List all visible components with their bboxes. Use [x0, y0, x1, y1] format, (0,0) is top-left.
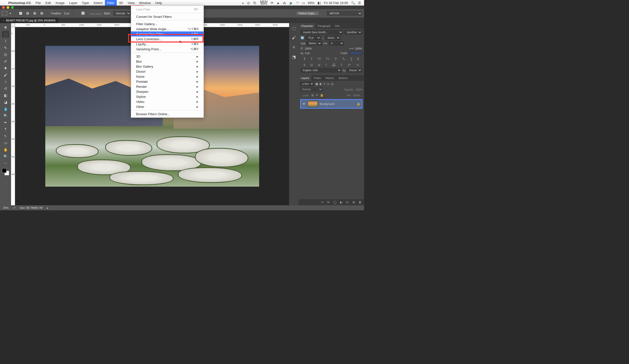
layer-thumbnail[interactable]	[308, 101, 318, 107]
shape-tool[interactable]: ▭	[2, 140, 9, 146]
chevron-down-icon[interactable]: ▾	[10, 12, 11, 15]
add-selection-icon[interactable]	[26, 12, 29, 15]
tab-actions[interactable]: Actions	[336, 75, 350, 81]
menu-3d[interactable]: 3D	[117, 0, 126, 6]
brushes-panel-icon[interactable]: 🖌	[291, 35, 296, 40]
notification-icon[interactable]: ▲	[277, 1, 280, 5]
dodge-tool[interactable]: 🔍	[2, 112, 9, 119]
zoom-level[interactable]: 25%	[3, 206, 9, 209]
delete-layer-icon[interactable]: 🗑	[359, 200, 362, 204]
export-icon[interactable]: ↗	[13, 206, 15, 210]
lock-icon[interactable]: 🔒	[357, 102, 360, 106]
contextual-icon[interactable]: ʘ	[310, 63, 313, 67]
italic-icon[interactable]: T	[310, 57, 312, 61]
layer-background[interactable]: 👁 Background 🔒	[300, 99, 363, 109]
crop-tool[interactable]: ⊡	[2, 51, 9, 58]
menu-help[interactable]: Help	[153, 0, 164, 6]
filter-shape-icon[interactable]: ▭	[327, 82, 329, 86]
leading-select[interactable]: (Auto)	[325, 36, 340, 40]
status-chevron-icon[interactable]: ▸	[47, 206, 49, 210]
adjustments-panel-icon[interactable]: ≡	[291, 45, 296, 50]
close-window-icon[interactable]	[2, 6, 5, 9]
ordinals-icon[interactable]: 1ˢᵗ	[348, 63, 351, 67]
wifi-icon[interactable]: ◠	[296, 1, 299, 5]
menu-filter-gallery[interactable]: Filter Gallery...	[131, 21, 204, 26]
tab-character[interactable]: Character	[299, 23, 315, 29]
stamp-tool[interactable]: ⎍	[2, 78, 9, 85]
menu-noise-sub[interactable]: Noise▶	[131, 74, 204, 79]
eyedropper-tool[interactable]: ✐	[2, 58, 9, 65]
type-tool[interactable]: T	[2, 126, 9, 133]
menu-distort-sub[interactable]: Distort▶	[131, 69, 204, 74]
new-selection-icon[interactable]	[19, 12, 22, 15]
mem-icon[interactable]: MEM90%	[260, 1, 267, 5]
doc-info[interactable]: Doc: 68.7M/68.7M	[20, 206, 43, 209]
datetime[interactable]: Fri 26 Feb 19:09	[324, 1, 348, 5]
baseline-value[interactable]: 0 pt	[305, 52, 309, 55]
sync-icon[interactable]: ⟳	[271, 1, 273, 5]
menu-view[interactable]: View	[125, 0, 137, 6]
style-select[interactable]: Normal	[113, 11, 131, 16]
tool-preset-icon[interactable]	[2, 11, 7, 15]
tab-paths[interactable]: Paths	[311, 75, 323, 81]
history-brush-tool[interactable]: ↺	[2, 85, 9, 92]
font-family-select[interactable]: Josefin Sans SemiB...	[301, 30, 343, 34]
menu-icon[interactable]: ☰	[358, 1, 361, 5]
tracking-select[interactable]: 0	[329, 41, 344, 46]
menu-pixelate-sub[interactable]: Pixelate▶	[131, 79, 204, 84]
new-layer-icon[interactable]: ⊞	[352, 200, 355, 204]
link-layers-icon[interactable]: ⚯	[321, 200, 324, 204]
ligatures-icon[interactable]: fi	[304, 63, 305, 67]
bluetooth-icon[interactable]: ⁂	[283, 1, 286, 5]
gradient-tool[interactable]: ◪	[2, 99, 9, 105]
refine-edge-button[interactable]: Refine Edge...	[296, 11, 319, 16]
tab-info[interactable]: Info	[333, 23, 342, 29]
styles-panel-icon[interactable]: ⬔	[291, 54, 296, 59]
cc-icon[interactable]: ◎	[247, 1, 250, 5]
3d-panel-icon[interactable]: ⬚	[291, 26, 296, 31]
menu-blur-sub[interactable]: Blur▶	[131, 59, 204, 64]
font-weight-select[interactable]: SemiBold	[344, 30, 362, 34]
strikethrough-icon[interactable]: T	[357, 57, 359, 61]
subtract-selection-icon[interactable]	[33, 12, 36, 15]
allcaps-icon[interactable]: TT	[317, 57, 321, 61]
tab-history[interactable]: History	[323, 75, 336, 81]
filter-kind-select[interactable]: ρ Kind	[300, 82, 314, 86]
menu-lens-correction[interactable]: Lens Correction...⇧⌘R	[131, 36, 204, 42]
vscale-value[interactable]: 100%	[305, 47, 312, 50]
menu-other-sub[interactable]: Other▶	[131, 104, 204, 109]
titling-icon[interactable]: T	[341, 63, 342, 67]
eraser-tool[interactable]: ◧	[2, 92, 9, 99]
tab-layers[interactable]: Layers	[299, 75, 311, 81]
feather-value[interactable]: 0 px	[64, 12, 69, 15]
menu-3d-sub[interactable]: 3D▶	[131, 54, 204, 59]
battery-icon[interactable]: ▮▯	[318, 1, 321, 5]
app-title[interactable]: Photoshop CC	[6, 1, 33, 5]
menu-layer[interactable]: Layer	[67, 0, 80, 6]
menu-render-sub[interactable]: Render▶	[131, 84, 204, 89]
language-select[interactable]: English: USA	[301, 68, 341, 72]
bold-icon[interactable]: T	[304, 57, 305, 61]
move-tool[interactable]: ✥	[2, 24, 9, 31]
menu-image[interactable]: Image	[53, 0, 67, 6]
menu-camera-raw-filter[interactable]: Camera Raw Filter...⇧⌘A	[131, 31, 204, 36]
spotlight-icon[interactable]: 🔍	[351, 1, 355, 5]
menu-liquify[interactable]: Liquify...⇧⌘X	[131, 42, 204, 47]
battery-percent[interactable]: 89%	[308, 1, 314, 5]
menu-window[interactable]: Window	[137, 0, 153, 6]
zoom-tool[interactable]: 🔍	[2, 153, 9, 160]
pen-tool[interactable]: ✒	[2, 119, 9, 126]
foreground-swatch[interactable]	[2, 168, 7, 173]
hand-tool[interactable]: ✋	[2, 146, 9, 153]
quick-select-tool[interactable]: ✎	[2, 45, 9, 51]
menu-vanishing-point[interactable]: Vanishing Point...⌥⌘V	[131, 47, 204, 52]
menu-edit[interactable]: Edit	[43, 0, 53, 6]
zoom-window-icon[interactable]	[11, 6, 14, 9]
dropbox-icon[interactable]: ⬧	[242, 1, 244, 5]
menu-blur-gallery-sub[interactable]: Blur Gallery▶	[131, 64, 204, 69]
menu-filter[interactable]: Filter	[105, 0, 117, 6]
filter-adjust-icon[interactable]: ◐	[320, 82, 322, 86]
evernote-icon[interactable]: 🐘	[253, 1, 257, 5]
layer-mask-icon[interactable]: ◯	[333, 200, 336, 204]
volume-icon[interactable]: 🔈	[289, 1, 293, 5]
